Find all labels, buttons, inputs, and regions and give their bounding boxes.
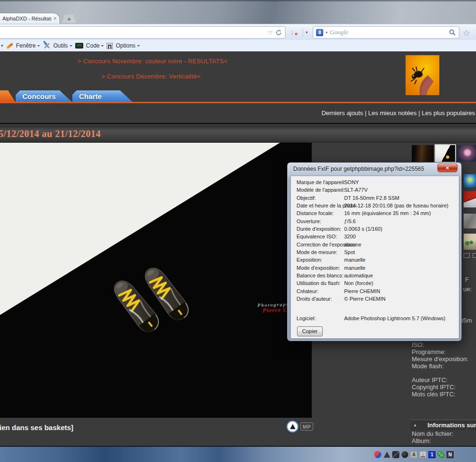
- web-developer-toolbar: ▾ Fenêtre Outils Code Options: [0, 40, 476, 51]
- download-tray-icon[interactable]: ↓: [419, 451, 426, 458]
- dialog-rows: Marque de l'appareil: SONY Modèle de l'a…: [291, 179, 459, 304]
- tab-close-icon[interactable]: ×: [53, 16, 57, 21]
- search-box[interactable]: 8 ▾ Google: [313, 26, 459, 39]
- window-titlebar-glass: AlphaDXD - Résultats ... × +: [0, 0, 476, 24]
- alphadxd-logo-icon[interactable]: [288, 422, 298, 432]
- urlbar-dropdown-icon[interactable]: ▽: [268, 30, 272, 35]
- dialog-body: Marque de l'appareil: SONY Modèle de l'a…: [290, 176, 459, 339]
- sync-green-tray-icon[interactable]: [437, 451, 445, 458]
- dialog-field-value: aucune: [344, 242, 361, 249]
- search-engine-icon[interactable]: 8: [316, 29, 323, 36]
- dialog-field-label: Date et heure de la photo:: [291, 203, 344, 210]
- dialog-field-label: Marque de l'appareil:: [291, 179, 344, 187]
- dialog-field-value: automatique: [344, 273, 373, 280]
- dialog-field-value: 3200: [344, 234, 356, 241]
- gallery-nav-link[interactable]: Les plus populaires: [416, 109, 475, 117]
- announcement-link-decembre[interactable]: > Concours Décembre: Verticalité<: [101, 73, 200, 80]
- thumbnail-abstract[interactable]: [464, 174, 476, 187]
- one-badge-tray-icon[interactable]: 1: [428, 451, 436, 458]
- new-tab-button[interactable]: +: [62, 15, 76, 23]
- search-magnifier-icon[interactable]: [449, 29, 456, 36]
- file-info-header[interactable]: ▲ Informations sur: [410, 420, 476, 430]
- code-screen-icon: [75, 43, 83, 49]
- dialog-field-label: Durée d'exposition:: [291, 226, 344, 234]
- dialog-row: Exposition: manuelle: [291, 257, 459, 265]
- private-message-badge[interactable]: MP: [300, 423, 313, 431]
- downloads-dropdown-icon[interactable]: ▾: [306, 30, 308, 35]
- devbar-left-fragment-icon[interactable]: ▾: [1, 43, 3, 48]
- tools-icon: [43, 42, 50, 49]
- dialog-row: Modèle de l'appareil: SLT-A77V: [291, 187, 459, 195]
- gallery-nav-link[interactable]: Derniers ajouts: [321, 109, 363, 117]
- thumbnail-stage-photo[interactable]: [412, 145, 434, 162]
- tab-orange-fragment[interactable]: [0, 90, 15, 102]
- sidebar-exif-fields: ISO:Programme:Mesure d'exposition:Mode f…: [412, 341, 476, 370]
- gallery-nav-link[interactable]: Les mieux notées: [363, 109, 417, 117]
- dialog-field-label: Mode de mesure:: [291, 249, 344, 257]
- reload-icon[interactable]: [275, 29, 282, 36]
- user-avatar-spider-photo[interactable]: [406, 55, 439, 95]
- system-tray: A ↓ 1 N: [374, 451, 454, 458]
- sneakers-photo-subject: [91, 247, 203, 366]
- dialog-field-label: Mode d'exposition:: [291, 265, 344, 273]
- copy-button[interactable]: Copier: [297, 326, 323, 336]
- sidebar-iptc-fields: Auteur IPTC:Copyright IPTC:Mots clés IPT…: [412, 376, 476, 398]
- dialog-field-label: Modèle de l'appareil:: [291, 187, 344, 195]
- dialog-row: Balance des blancs: automatique: [291, 273, 459, 280]
- windows-taskbar[interactable]: A ↓ 1 N: [0, 446, 476, 462]
- dialog-titlebar[interactable]: Données FxIF pour getphpbbimage.php?id=2…: [288, 163, 461, 176]
- dialog-row: Correction de l'exposition: aucune: [291, 242, 459, 249]
- file-info-title: Informations sur: [427, 422, 476, 429]
- thumbnail-red-car[interactable]: [464, 191, 476, 207]
- thumbnail-sneakers-selected[interactable]: [436, 145, 455, 162]
- clipped-toolbar-icon[interactable]: [473, 253, 476, 258]
- devbar-menu-options[interactable]: Options: [116, 42, 139, 49]
- options-ruler-icon: [107, 43, 113, 49]
- dialog-field-label: Objectif:: [291, 195, 344, 203]
- dialog-field-value: Spot: [344, 249, 355, 257]
- tab-charte[interactable]: Charte: [72, 90, 132, 102]
- collapse-arrow-icon[interactable]: ▲: [413, 423, 417, 427]
- announcement-link-novembre[interactable]: > Concours Novembre: couleur noire - RES…: [78, 58, 228, 65]
- thumbnail-group-people[interactable]: [464, 234, 476, 250]
- dialog-software-row: Logiciel: Adobe Photoshop Lightroom 5.7 …: [291, 315, 459, 323]
- devbar-menu-tools[interactable]: Outils: [53, 42, 72, 49]
- dialog-field-label: Équivalence ISO:: [291, 234, 344, 241]
- dialog-field-value: Non (forcée): [344, 280, 373, 288]
- thumbnail-grayscale[interactable]: [464, 214, 476, 228]
- alpha-glyph: [290, 424, 296, 429]
- devbar-menu-code[interactable]: Code: [86, 42, 104, 49]
- downloads-button[interactable]: ↓ ×: [289, 28, 301, 37]
- address-bar[interactable]: ▽: [0, 26, 286, 39]
- gallery-nav-bar: Derniers ajouts Les mieux notées Les plu…: [0, 103, 476, 124]
- dark-app-tray-icon[interactable]: [392, 451, 399, 458]
- dialog-field-value: manuelle: [344, 257, 366, 265]
- browser-tab[interactable]: AlphaDXD - Résultats ... ×: [0, 13, 60, 24]
- search-engine-dropdown-icon[interactable]: ▾: [326, 30, 327, 35]
- globe-tray-icon[interactable]: [401, 451, 408, 458]
- dialog-field-label: Logiciel:: [291, 315, 344, 323]
- thumbnail-dancer-photo[interactable]: [457, 145, 476, 162]
- dialog-field-value: 16 mm (équivalence 35 mm : 24 mm): [344, 210, 431, 218]
- download-blocked-icon: ×: [295, 31, 298, 37]
- devbar-menu-window[interactable]: Fenêtre: [16, 42, 40, 49]
- search-input[interactable]: Google: [330, 29, 446, 36]
- dialog-field-value: 0.0063 s (1/160): [344, 226, 382, 234]
- main-photo: Photographie Pierre CHEMIN: [0, 143, 312, 418]
- dialog-title: Données FxIF pour getphpbbimage.php?id=2…: [293, 166, 424, 172]
- dialog-close-button[interactable]: ×: [437, 164, 457, 172]
- bookmark-star-icon[interactable]: ☆: [463, 28, 470, 38]
- week-header-bar: 5/12/2014 au 21/12/2014: [0, 126, 476, 143]
- sidebar-field-label: Copyright IPTC:: [412, 383, 476, 391]
- slideshow-icon[interactable]: [464, 253, 470, 258]
- a-badge-tray-icon[interactable]: A: [410, 451, 417, 458]
- n-badge-tray-icon[interactable]: N: [446, 451, 454, 458]
- dialog-row: Distance focale: 16 mm (équivalence 35 m…: [291, 210, 459, 218]
- browser-tab-title: AlphaDXD - Résultats ...: [2, 16, 51, 21]
- ccleaner-tray-icon[interactable]: [374, 451, 381, 458]
- pyramid-tray-icon[interactable]: [383, 451, 390, 458]
- date-range-title: 5/12/2014 au 21/12/2014: [0, 128, 101, 139]
- pencil-icon: [6, 42, 13, 49]
- tab-concours[interactable]: Concours: [16, 90, 72, 102]
- dialog-field-label: Correction de l'exposition:: [291, 242, 344, 249]
